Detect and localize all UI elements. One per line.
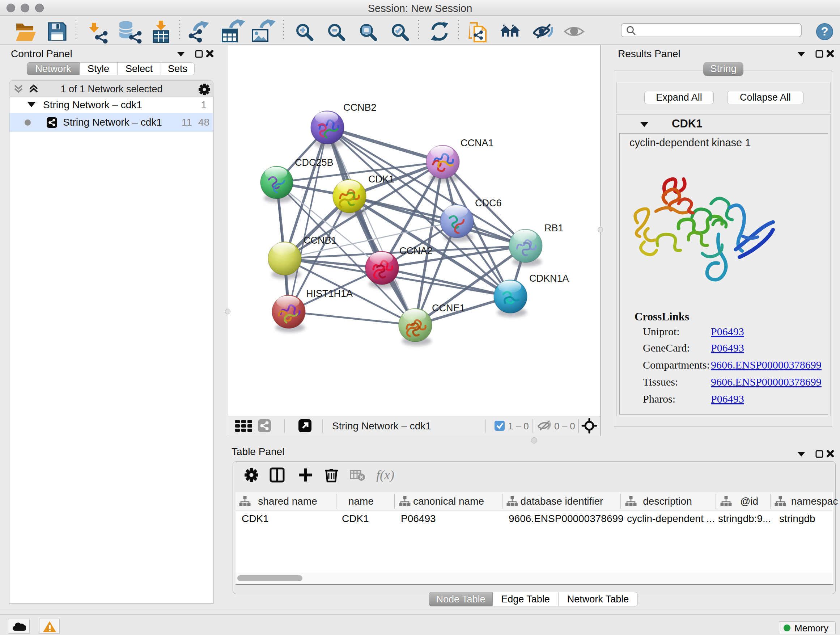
svg-text:String Network – cdk1: String Network – cdk1 [332, 420, 431, 432]
svg-text:namespac: namespac [791, 496, 838, 507]
svg-text:RB1: RB1 [545, 223, 564, 233]
svg-text:CCNB2: CCNB2 [343, 102, 377, 113]
svg-text:description: description [643, 496, 692, 507]
svg-text:canonical name: canonical name [413, 496, 484, 507]
svg-text:CDKN1A: CDKN1A [529, 273, 569, 284]
svg-text:CCNB1: CCNB1 [303, 235, 337, 246]
svg-text:CDC25B: CDC25B [295, 157, 333, 168]
svg-text:CCNA1: CCNA1 [461, 138, 494, 149]
svg-text:@id: @id [740, 496, 758, 507]
svg-text:1 – 0: 1 – 0 [508, 421, 529, 432]
svg-text:HIST1H1A: HIST1H1A [306, 288, 353, 299]
svg-text:0 – 0: 0 – 0 [554, 421, 575, 432]
svg-text:shared name: shared name [258, 496, 317, 507]
svg-text:CDK1: CDK1 [368, 174, 394, 185]
svg-text:CCNA2: CCNA2 [399, 245, 433, 256]
svg-text:name: name [348, 496, 374, 507]
svg-text:CCNE1: CCNE1 [432, 302, 465, 314]
svg-text:f(x): f(x) [376, 468, 394, 482]
svg-text:CDC6: CDC6 [475, 198, 502, 209]
svg-text:database identifier: database identifier [521, 496, 603, 507]
